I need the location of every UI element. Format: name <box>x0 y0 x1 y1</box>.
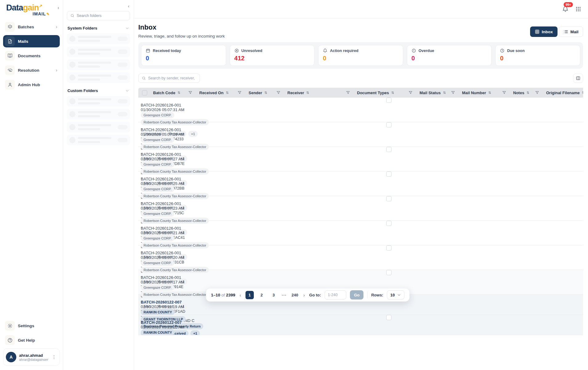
sort-icon[interactable] <box>442 90 447 95</box>
stat-value: 0 <box>146 55 221 62</box>
cell-batch-code: BATCH-20260126-001 <box>138 251 583 255</box>
search-icon <box>142 76 146 80</box>
folder-skeleton-item <box>67 59 130 70</box>
page-subtitle: Review, triage, and follow up on incomin… <box>138 34 225 38</box>
sort-icon[interactable] <box>391 90 395 95</box>
row-checkbox[interactable] <box>386 270 391 275</box>
filter-icon[interactable] <box>451 90 455 95</box>
cell-received-on: 01/30/2026 05:07:29 AM <box>138 132 583 137</box>
column-header-mail-number[interactable]: Mail Number <box>460 88 511 98</box>
folders-collapse-button[interactable]: ‹ <box>128 4 129 9</box>
filter-icon[interactable] <box>535 90 539 95</box>
sidebar-collapse-button[interactable]: ‹ <box>58 5 59 10</box>
brand-wordmark: Datagain↗ <box>6 4 59 12</box>
sort-icon[interactable] <box>177 90 181 95</box>
view-toggle: Inbox Mail <box>530 26 583 37</box>
table-search-input[interactable] <box>148 76 197 80</box>
table-row[interactable]: BATCH-20260126-001 01/30/2026 05:07:31 A… <box>138 98 583 122</box>
column-header-mail-status[interactable]: Mail Status <box>417 88 460 98</box>
sidebar-item-admin-hub[interactable]: Admin Hub <box>3 78 60 91</box>
view-toggle-inbox[interactable]: Inbox <box>530 26 558 37</box>
sort-icon <box>442 90 447 95</box>
user-email: ahrar@datagainservice... <box>19 358 48 361</box>
sidebar-item-settings[interactable]: Settings <box>3 320 60 332</box>
folder-skeleton-item <box>67 109 130 119</box>
next-page-button[interactable]: › <box>303 292 306 298</box>
filter-icon[interactable] <box>237 90 242 95</box>
rows-per-page-select[interactable]: 10 <box>387 290 404 300</box>
sort-icon[interactable] <box>488 90 492 95</box>
row-checkbox[interactable] <box>386 122 391 127</box>
row-checkbox[interactable] <box>386 315 391 320</box>
go-button[interactable]: Go <box>350 290 363 300</box>
sidebar-item-batches[interactable]: Batches › <box>3 21 60 33</box>
cell-received-on: 01/30/2026 05:07:21 AM <box>138 231 583 235</box>
row-checkbox[interactable] <box>386 147 391 152</box>
sidebar-item-resolution[interactable]: Resolution › <box>3 64 60 76</box>
folder-search-input[interactable] <box>77 14 127 18</box>
page-button-1[interactable]: 1 <box>245 291 254 299</box>
filter-icon[interactable] <box>188 90 193 95</box>
column-header-notes[interactable]: Notes <box>511 88 544 98</box>
cell-received-on: 01/30/2026 05:07:27 AM <box>138 157 583 161</box>
column-header-sender[interactable]: Sender <box>246 88 285 98</box>
sidebar-item-get-help[interactable]: Get Help <box>3 334 60 346</box>
column-header-received-on[interactable]: Received On <box>197 88 246 98</box>
sort-icon[interactable] <box>581 90 583 95</box>
column-header-original-filename[interactable]: Original Filename <box>544 88 583 98</box>
chevron-right-icon: › <box>56 68 57 73</box>
goto-page-input[interactable] <box>325 290 346 300</box>
row-checkbox[interactable] <box>386 98 391 103</box>
apps-grid-icon[interactable] <box>575 6 581 12</box>
funnel-icon <box>346 90 350 95</box>
sort-icon[interactable] <box>225 90 229 95</box>
sort-icon <box>526 90 530 95</box>
table-row[interactable]: BATCH-20260122-007 01/30/2026 05:21:22 A… <box>138 315 583 335</box>
row-checkbox[interactable] <box>386 171 391 177</box>
row-checkbox[interactable] <box>386 196 391 201</box>
column-header-document-types[interactable]: Document Types <box>355 88 417 98</box>
cell-batch-code: BATCH-20260126-001 <box>138 177 583 181</box>
cell-sender: Greengaze CORP. <box>138 137 583 144</box>
filter-icon[interactable] <box>276 90 281 95</box>
select-all-checkbox[interactable] <box>142 90 147 95</box>
notifications-button[interactable]: 99+ <box>562 6 569 12</box>
kebab-menu-icon[interactable]: ⋮ <box>51 354 57 360</box>
brand-sub-label: IMAIL <box>33 11 46 16</box>
sidebar-item-mails[interactable]: Mails <box>3 35 60 47</box>
cell-batch-code: BATCH-20260126-001 <box>138 103 583 107</box>
folder-section-header[interactable]: Custom Folders <box>67 88 129 93</box>
user-card[interactable]: A ahrar.ahmad ahrar@datagainservice... ⋮ <box>3 348 60 366</box>
divider <box>367 292 367 298</box>
chevron-down-icon <box>125 26 129 30</box>
sort-icon[interactable] <box>526 90 530 95</box>
sidebar-item-documents[interactable]: Documents <box>3 50 60 62</box>
page-button-2[interactable]: 2 <box>258 291 266 299</box>
folder-search[interactable] <box>67 11 130 20</box>
page-button-3[interactable]: 3 <box>270 291 278 299</box>
row-checkbox[interactable] <box>386 245 391 251</box>
row-checkbox[interactable] <box>386 221 391 226</box>
view-toggle-mail[interactable]: Mail <box>559 26 583 37</box>
column-header-receiver[interactable]: Receiver <box>285 88 355 98</box>
columns-toggle-button[interactable] <box>573 74 583 83</box>
sort-icon[interactable] <box>306 90 310 95</box>
cell-sender: Greengaze CORP. <box>138 235 583 242</box>
grid-dots-icon <box>575 6 581 12</box>
grid-table-icon <box>535 29 540 34</box>
prev-page-button[interactable]: ‹ <box>239 292 242 298</box>
filter-icon[interactable] <box>346 90 350 95</box>
sort-icon[interactable] <box>264 90 268 95</box>
folder-skeleton-item <box>67 34 130 44</box>
folders-panel-top: ‹ <box>67 3 130 11</box>
column-header-batch-code[interactable]: Batch Code <box>151 88 197 98</box>
clock-icon <box>500 48 505 53</box>
filter-icon[interactable] <box>502 90 506 95</box>
filter-icon[interactable] <box>408 90 413 95</box>
page-button-240[interactable]: 240 <box>291 291 299 299</box>
folder-skeleton-item <box>67 96 130 107</box>
header-row: Inbox Review, triage, and follow up on i… <box>138 23 583 38</box>
folder-sections: System Folders <box>67 26 130 145</box>
table-search[interactable] <box>138 74 200 83</box>
folder-section-header[interactable]: System Folders <box>67 26 129 30</box>
